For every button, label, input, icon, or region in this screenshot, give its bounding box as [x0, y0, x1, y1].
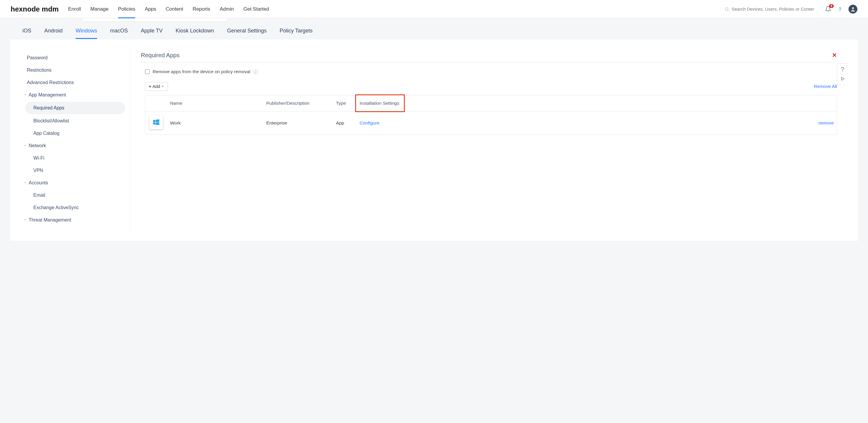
- topnav-manage[interactable]: Manage: [90, 0, 108, 18]
- content-title: Required Apps: [141, 52, 180, 59]
- chevron-down-icon: [23, 92, 27, 98]
- page: iOS Android Windows macOS Apple TV Kiosk…: [0, 18, 868, 423]
- tab-policy-targets[interactable]: Policy Targets: [280, 28, 313, 39]
- topnav-admin[interactable]: Admin: [220, 0, 234, 18]
- play-icon[interactable]: [840, 76, 845, 82]
- topnav-apps[interactable]: Apps: [145, 0, 156, 18]
- sidebar-group-threat-management[interactable]: Threat Management: [20, 214, 130, 226]
- sidebar-group-label: App Management: [29, 92, 66, 98]
- sidebar-group-label: Network: [29, 143, 46, 149]
- main-card: Password Restrictions Advanced Restricti…: [9, 39, 859, 241]
- svg-marker-4: [162, 86, 163, 87]
- configure-link[interactable]: Configure: [360, 120, 379, 125]
- search-icon[interactable]: [724, 7, 729, 11]
- remove-on-policy-removal-label: Remove apps from the device on policy re…: [153, 69, 250, 74]
- top-icons: 8: [825, 5, 857, 13]
- topnav-get-started[interactable]: Get Started: [243, 0, 269, 18]
- svg-marker-5: [841, 77, 844, 80]
- sidebar-group-app-management[interactable]: App Management: [20, 89, 130, 101]
- topnav-policies[interactable]: Policies: [118, 0, 135, 18]
- top-nav: Enroll Manage Policies Apps Content Repo…: [68, 0, 269, 18]
- chevron-down-icon: [23, 143, 27, 149]
- col-name: Name: [167, 95, 264, 111]
- svg-point-0: [725, 7, 728, 10]
- topbar: hexnode mdm Enroll Manage Policies Apps …: [0, 0, 868, 18]
- search-wrap: [724, 6, 819, 11]
- sidebar-item-password[interactable]: Password: [20, 52, 130, 64]
- tab-kiosk[interactable]: Kiosk Lockdown: [176, 28, 214, 39]
- plus-icon: +: [149, 84, 151, 89]
- tab-windows[interactable]: Windows: [75, 28, 97, 39]
- col-type: Type: [333, 95, 356, 111]
- topnav-content[interactable]: Content: [166, 0, 183, 18]
- svg-point-2: [840, 10, 840, 11]
- help-question-icon[interactable]: ?: [841, 66, 844, 73]
- tab-ios[interactable]: iOS: [23, 28, 31, 39]
- sidebar-group-accounts[interactable]: Accounts: [20, 177, 130, 189]
- remove-on-policy-removal-checkbox[interactable]: [145, 69, 150, 74]
- caret-down-icon: [161, 84, 164, 89]
- table-row: Work Enterprise App Configure remove: [145, 111, 837, 134]
- tab-android[interactable]: Android: [44, 28, 63, 39]
- tab-general-settings[interactable]: General Settings: [227, 28, 267, 39]
- help-float-panel: ?: [837, 63, 848, 85]
- add-button[interactable]: + Add: [145, 82, 168, 91]
- remove-link[interactable]: remove: [818, 120, 834, 125]
- sidebar-item-required-apps[interactable]: Required Apps: [25, 102, 125, 114]
- sidebar: Password Restrictions Advanced Restricti…: [20, 45, 130, 235]
- sidebar-item-wifi[interactable]: Wi-Fi: [20, 152, 130, 164]
- apps-table: Name Publisher/Description Type Installa…: [145, 95, 837, 135]
- col-installation-settings: Installation Settings: [356, 95, 403, 111]
- tab-appletv[interactable]: Apple TV: [141, 28, 163, 39]
- sidebar-group-label: Accounts: [29, 180, 48, 186]
- sidebar-item-app-catalog[interactable]: App Catalog: [20, 127, 130, 139]
- notifications-badge: 8: [829, 4, 834, 8]
- info-icon[interactable]: i: [253, 70, 258, 74]
- cell-publisher: Enterprise: [264, 115, 333, 131]
- platform-tabs: iOS Android Windows macOS Apple TV Kiosk…: [5, 22, 863, 39]
- close-icon[interactable]: ✕: [832, 52, 837, 59]
- windows-icon: [149, 116, 163, 129]
- remove-all-link[interactable]: Remove All: [814, 84, 837, 89]
- search-input[interactable]: [732, 6, 814, 11]
- cell-type: App: [333, 115, 356, 131]
- svg-point-3: [852, 7, 854, 9]
- topnav-reports[interactable]: Reports: [193, 0, 211, 18]
- brand-logo[interactable]: hexnode mdm: [11, 5, 59, 13]
- description-textarea[interactable]: [82, 18, 228, 22]
- notifications-button[interactable]: 8: [825, 6, 831, 12]
- sidebar-item-email[interactable]: Email: [20, 189, 130, 201]
- add-button-label: Add: [152, 84, 160, 89]
- sidebar-item-restrictions[interactable]: Restrictions: [20, 64, 130, 76]
- chevron-down-icon: [23, 218, 27, 223]
- sidebar-group-network[interactable]: Network: [20, 139, 130, 152]
- help-icon[interactable]: [837, 6, 843, 12]
- col-publisher: Publisher/Description: [264, 95, 333, 111]
- tab-macos[interactable]: macOS: [110, 28, 128, 39]
- sidebar-item-advanced-restrictions[interactable]: Advanced Restrictions: [20, 76, 130, 89]
- sidebar-group-label: Threat Management: [29, 218, 71, 223]
- avatar[interactable]: [848, 5, 857, 13]
- content-panel: Required Apps ✕ Remove apps from the dev…: [130, 45, 848, 235]
- topnav-enroll[interactable]: Enroll: [68, 0, 81, 18]
- chevron-down-icon: [23, 180, 27, 186]
- cell-name: Work: [167, 115, 264, 131]
- sidebar-item-exchange-activesync[interactable]: Exchange ActiveSync: [20, 201, 130, 214]
- svg-line-1: [728, 10, 728, 11]
- table-header: Name Publisher/Description Type Installa…: [145, 95, 837, 111]
- sidebar-item-blocklist-allowlist[interactable]: Blocklist/Allowlist: [20, 115, 130, 127]
- sidebar-item-vpn[interactable]: VPN: [20, 164, 130, 177]
